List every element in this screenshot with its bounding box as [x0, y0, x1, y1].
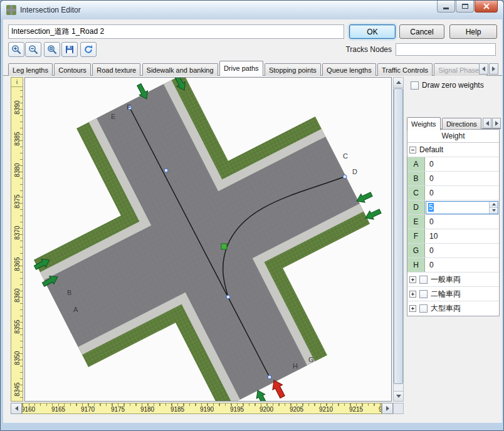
weight-value-cell[interactable]: 0 — [425, 157, 499, 171]
weight-row-e: E 0 — [407, 215, 499, 229]
tab-weights[interactable]: Weights — [407, 117, 441, 130]
tab-scroll-right-button[interactable] — [489, 63, 498, 75]
draw-zero-weights-row: Draw zero weights — [411, 81, 484, 90]
zoom-in-button[interactable] — [8, 42, 24, 57]
arrow-down-icon — [396, 395, 401, 398]
h-ruler-label: 9180 — [137, 406, 158, 413]
intersection-canvas[interactable]: A B C D E F G H — [24, 77, 392, 402]
vehicle-group-row: 大型車両 — [407, 301, 499, 316]
row-key: H — [407, 258, 425, 272]
draw-zero-weights-checkbox[interactable] — [411, 81, 419, 90]
tab-road-texture[interactable]: Road texture — [92, 63, 140, 76]
path-node[interactable] — [343, 175, 347, 179]
weights-tab-scroll-right-button[interactable] — [492, 118, 501, 128]
tab-scroll-buttons — [479, 63, 498, 75]
weight-value-cell[interactable]: 0 — [425, 258, 499, 272]
weight-value-cell[interactable]: 10 — [425, 229, 499, 243]
refresh-icon — [83, 44, 93, 55]
zoom-out-button[interactable] — [25, 42, 41, 57]
tab-contours[interactable]: Contours — [54, 63, 91, 76]
path-node[interactable] — [226, 295, 230, 299]
expand-icon[interactable] — [409, 291, 416, 298]
v-ruler-label: 8350 — [14, 350, 21, 367]
path-node[interactable] — [268, 375, 271, 379]
save-button[interactable] — [61, 42, 78, 57]
weight-value-cell[interactable]: 0 — [425, 244, 499, 257]
tab-scroll-left-button[interactable] — [479, 63, 488, 75]
v-ruler-label: 8390 — [14, 99, 21, 117]
help-button[interactable]: Help — [449, 24, 497, 39]
leg-label-g: G — [308, 356, 314, 363]
tab-stopping-points[interactable]: Stopping points — [265, 63, 321, 76]
scroll-left-button[interactable] — [11, 403, 22, 414]
h-ruler-label: 9185 — [167, 406, 188, 413]
spin-up-button[interactable] — [490, 202, 498, 208]
scroll-up-button[interactable] — [394, 78, 403, 88]
cancel-button[interactable]: Cancel — [399, 24, 444, 39]
weight-value-cell[interactable]: 0 — [425, 186, 499, 200]
arrow-up-icon — [396, 81, 401, 84]
vertical-scroll-thumb[interactable] — [394, 88, 403, 384]
vehicle-group-label: 二輪車両 — [431, 289, 461, 299]
scroll-right-button[interactable] — [382, 403, 393, 414]
tab-drive-paths[interactable]: Drive paths — [219, 61, 263, 76]
weights-tab-scroll-left-button[interactable] — [483, 118, 491, 128]
chevron-left-icon — [482, 66, 485, 71]
h-ruler-label: 9165 — [48, 406, 69, 413]
spin-down-button[interactable] — [490, 208, 498, 214]
tab-traffic-controls[interactable]: Traffic Controls — [377, 63, 433, 76]
maximize-button[interactable] — [456, 1, 474, 13]
vehicle-group-label: 大型車両 — [431, 303, 461, 314]
expand-icon[interactable] — [409, 305, 416, 312]
minimize-button[interactable] — [437, 1, 455, 13]
weight-row-f: F 10 — [407, 229, 499, 244]
scroll-down-button[interactable] — [394, 391, 403, 401]
zoom-selection-button[interactable] — [44, 42, 60, 57]
refresh-button[interactable] — [80, 42, 97, 57]
tab-queue-lengths[interactable]: Queue lengths — [322, 63, 376, 76]
arrow-left-icon — [15, 406, 18, 411]
ok-button[interactable]: OK — [349, 24, 396, 39]
leg-label-b: B — [67, 289, 71, 296]
vertical-ruler: 8390 8385 8380 8375 8370 8365 8360 8355 … — [11, 77, 23, 402]
selected-node-green[interactable] — [221, 244, 227, 249]
vehicle-checkbox[interactable] — [419, 290, 428, 298]
horizontal-ruler: 9160 9165 9170 9175 9180 9185 9190 9195 … — [22, 403, 382, 414]
v-ruler-label: 8370 — [14, 224, 21, 242]
collapse-icon[interactable] — [409, 147, 416, 153]
row-key: C — [407, 186, 425, 200]
h-ruler-label: 9195 — [226, 406, 248, 413]
leg-label-d: D — [352, 168, 357, 175]
expand-icon[interactable] — [409, 276, 416, 283]
path-node[interactable] — [164, 169, 168, 172]
vehicle-checkbox[interactable] — [419, 304, 428, 313]
draw-zero-weights-label: Draw zero weights — [422, 81, 484, 90]
intersection-editor-window: Intersection Editor OK Cancel Help — [0, 0, 504, 431]
vehicle-checkbox[interactable] — [419, 276, 428, 284]
weight-row-b: B 0 — [407, 172, 499, 186]
zoom-in-icon — [11, 44, 21, 55]
tab-sidewalk-and-banking[interactable]: Sidewalk and banking — [142, 63, 218, 76]
tab-directions[interactable]: Directions — [442, 118, 481, 129]
weight-column-header: Weight — [407, 130, 499, 143]
row-key: F — [407, 229, 425, 243]
v-ruler-label: 8365 — [14, 256, 21, 273]
intersection-name-input[interactable] — [8, 24, 344, 39]
tracks-nodes-input[interactable] — [396, 43, 496, 56]
dialog-client-area: OK Cancel Help — [3, 19, 502, 423]
tab-leg-lengths[interactable]: Leg lengths — [8, 63, 53, 76]
weight-value-cell[interactable]: 0 — [425, 172, 499, 185]
chevron-right-icon — [492, 66, 495, 71]
weight-editor-text[interactable]: 5 — [426, 202, 489, 214]
h-ruler-label: 9205 — [286, 406, 307, 413]
weight-spin-editor[interactable]: 5 — [426, 201, 498, 214]
weight-value-cell[interactable]: 0 — [425, 215, 499, 229]
arrow-up-icon — [492, 203, 496, 205]
weight-row-h: H 0 — [407, 258, 499, 273]
close-button[interactable] — [475, 1, 498, 13]
h-ruler-label: 9210 — [315, 406, 337, 413]
v-ruler-label: 8360 — [14, 287, 21, 304]
vehicle-group-label: 一般車両 — [431, 274, 461, 285]
spinner — [489, 202, 498, 214]
row-key: B — [407, 172, 425, 185]
